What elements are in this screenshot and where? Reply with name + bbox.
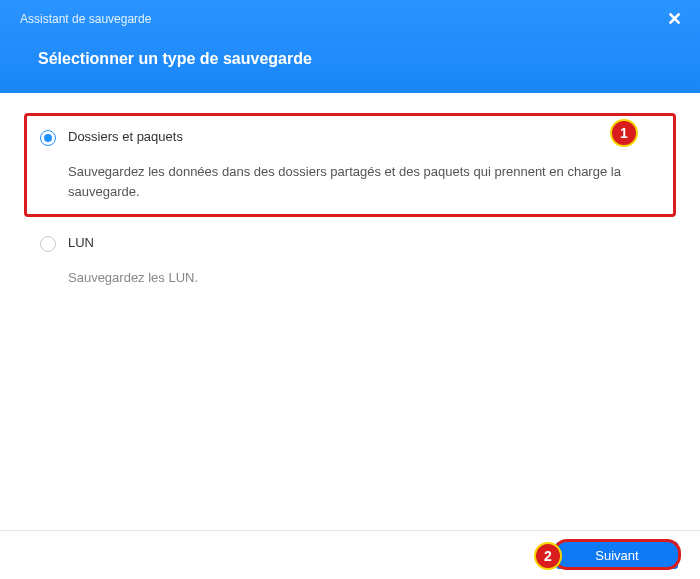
close-button[interactable]: ✕ (664, 10, 684, 30)
radio-lun[interactable] (40, 236, 56, 252)
option-description: Sauvegardez les LUN. (68, 268, 660, 288)
option-title: LUN (68, 235, 660, 250)
next-button[interactable]: Suivant (556, 542, 678, 569)
annotation-step-2: 2 (534, 542, 562, 570)
radio-folders-packages[interactable] (40, 130, 56, 146)
content-area: Dossiers et paquets Sauvegardez les donn… (0, 93, 700, 304)
page-title: Sélectionner un type de sauvegarde (0, 26, 700, 68)
option-lun[interactable]: LUN Sauvegardez les LUN. (24, 219, 676, 304)
option-description: Sauvegardez les données dans des dossier… (68, 162, 660, 201)
dialog-footer: Suivant (0, 530, 700, 579)
annotation-step-1: 1 (610, 119, 638, 147)
dialog-header: Assistant de sauvegarde Sélectionner un … (0, 0, 700, 93)
close-icon: ✕ (667, 9, 682, 29)
wizard-title: Assistant de sauvegarde (0, 0, 700, 26)
option-folders-packages[interactable]: Dossiers et paquets Sauvegardez les donn… (24, 113, 676, 217)
option-title: Dossiers et paquets (68, 129, 660, 144)
